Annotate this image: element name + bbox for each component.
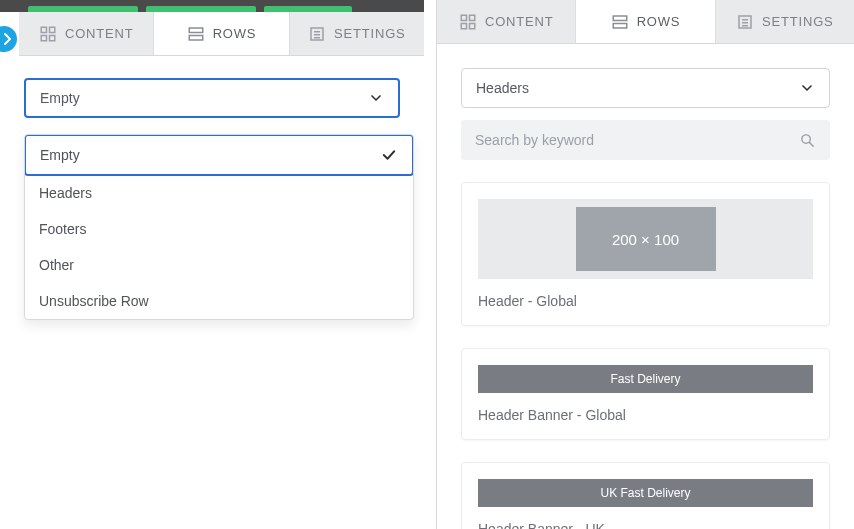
settings-icon [736,13,754,31]
row-type-select[interactable]: Empty [24,78,400,118]
row-card-header-banner-global[interactable]: Fast Delivery Header Banner - Global [461,348,830,440]
content-icon [459,13,477,31]
svg-rect-3 [49,35,54,40]
search-input[interactable]: Search by keyword [461,120,830,160]
svg-rect-13 [469,23,474,28]
row-preview-bar: Fast Delivery [478,365,813,393]
svg-rect-12 [461,23,466,28]
dropdown-item-label: Footers [39,221,86,237]
left-panel: CONTENT ROWS SETTINGS Empty Empty Header… [0,0,424,320]
row-card-header-banner-uk[interactable]: UK Fast Delivery Header Banner - UK [461,462,830,529]
tab-settings[interactable]: SETTINGS [290,12,424,55]
chevron-down-icon [799,80,815,96]
tab-rows[interactable]: ROWS [576,0,715,43]
dropdown-item-label: Unsubscribe Row [39,293,149,309]
svg-rect-15 [613,23,627,28]
search-icon [799,132,816,149]
svg-rect-10 [461,15,466,20]
chevron-down-icon [368,90,384,106]
tab-content-label: CONTENT [65,26,133,41]
tab-rows[interactable]: ROWS [154,12,289,55]
dropdown-item-label: Other [39,257,74,273]
svg-point-20 [802,134,811,143]
row-type-dropdown: Empty Headers Footers Other Unsubscribe … [24,134,414,320]
tab-rows-label: ROWS [213,26,257,41]
search-placeholder: Search by keyword [475,132,594,148]
tab-settings-label: SETTINGS [762,14,833,29]
row-preview-bar: UK Fast Delivery [478,479,813,507]
tab-content[interactable]: CONTENT [19,12,154,55]
right-panel: CONTENT ROWS SETTINGS Headers Search by … [436,0,854,529]
svg-line-21 [810,142,814,146]
top-stub-bar [0,0,424,12]
row-caption: Header Banner - UK [478,521,813,529]
tab-rows-label: ROWS [637,14,681,29]
dropdown-item-other[interactable]: Other [25,247,413,283]
content-icon [39,25,57,43]
rows-icon [611,13,629,31]
left-tabs: CONTENT ROWS SETTINGS [19,12,424,56]
dropdown-item-unsubscribe[interactable]: Unsubscribe Row [25,283,413,319]
left-body: Empty [0,56,424,136]
row-preview: 200 × 100 [478,199,813,279]
svg-rect-14 [613,16,627,21]
collapse-toggle[interactable] [0,26,17,52]
dropdown-item-label: Empty [40,147,80,163]
dropdown-item-label: Headers [39,185,92,201]
svg-rect-11 [469,15,474,20]
tab-content[interactable]: CONTENT [437,0,576,43]
bar-label: UK Fast Delivery [600,486,690,500]
row-caption: Header Banner - Global [478,407,813,423]
dropdown-item-headers[interactable]: Headers [25,175,413,211]
dropdown-item-footers[interactable]: Footers [25,211,413,247]
select-value: Empty [40,90,80,106]
check-icon [380,146,398,164]
right-tabs: CONTENT ROWS SETTINGS [437,0,854,44]
right-body: Headers Search by keyword 200 × 100 Head… [437,44,854,529]
chevron-right-icon [2,33,12,45]
svg-rect-1 [49,27,54,32]
select-value: Headers [476,80,529,96]
row-caption: Header - Global [478,293,813,309]
rows-icon [187,25,205,43]
image-placeholder: 200 × 100 [576,207,716,271]
dropdown-item-empty[interactable]: Empty [24,134,414,176]
tab-content-label: CONTENT [485,14,553,29]
svg-rect-4 [189,28,203,33]
row-category-select[interactable]: Headers [461,68,830,108]
tab-settings-label: SETTINGS [334,26,405,41]
row-card-header-global[interactable]: 200 × 100 Header - Global [461,182,830,326]
image-placeholder-label: 200 × 100 [612,231,679,248]
svg-rect-0 [41,27,46,32]
svg-rect-5 [189,35,203,40]
tab-settings[interactable]: SETTINGS [716,0,854,43]
bar-label: Fast Delivery [610,372,680,386]
svg-rect-2 [41,35,46,40]
settings-icon [308,25,326,43]
